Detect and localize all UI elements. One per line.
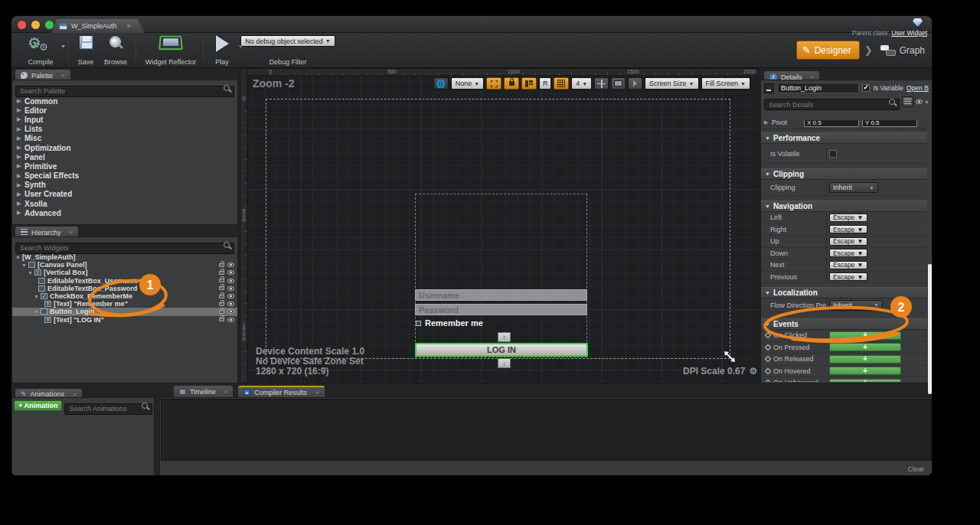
section-performance[interactable]: ▼Performance (761, 132, 927, 144)
debug-object-dropdown[interactable]: No debug object selected▼ (240, 35, 335, 47)
add-animation-button[interactable]: + Animation (14, 400, 62, 411)
visibility-icon[interactable] (227, 262, 234, 267)
lock-icon[interactable] (219, 302, 224, 306)
nav-next-dropdown[interactable]: Escape▼ (829, 261, 867, 269)
timeline-tab[interactable]: Timeline × (174, 386, 233, 397)
animations-search-input[interactable] (64, 403, 152, 415)
login-button-widget[interactable]: LOG IN (415, 343, 588, 357)
gem-icon[interactable] (913, 18, 923, 27)
document-tab[interactable]: W_SimpleAuth × (51, 19, 145, 33)
grid-size-dropdown[interactable]: 4▼ (571, 77, 592, 90)
add-on-pressed-event-button[interactable]: + (829, 343, 901, 351)
lock-icon[interactable] (219, 310, 224, 314)
nav-previous-dropdown[interactable]: Escape▼ (829, 272, 867, 281)
palette-category-special-effects[interactable]: ▶Special Effects (12, 171, 237, 181)
is-variable-checkbox[interactable] (862, 84, 870, 92)
details-scrollbar[interactable] (928, 264, 932, 394)
lock-icon[interactable] (219, 271, 224, 275)
screen-size-dropdown[interactable]: Screen Size▼ (645, 77, 698, 90)
lock-icon[interactable] (219, 318, 224, 321)
flow-direction-dropdown[interactable]: Inherit▼ (829, 300, 883, 311)
hierarchy-item-canvas-panel[interactable]: ▼ [Canvas Panel] (12, 261, 237, 269)
visibility-icon[interactable] (227, 302, 234, 306)
clear-button[interactable]: Clear (907, 465, 924, 473)
lock-icon[interactable] (219, 286, 224, 290)
section-navigation[interactable]: ▼Navigation (761, 201, 927, 212)
minimize-window-button[interactable] (31, 21, 40, 29)
nav-left-dropdown[interactable]: Escape▼ (829, 214, 867, 222)
r-toggle-button[interactable]: R (539, 77, 551, 90)
respect-locks-button[interactable] (521, 77, 537, 90)
lock-widgets-button[interactable] (504, 77, 519, 90)
zoom-window-button[interactable] (45, 21, 54, 29)
pivot-x-field[interactable]: X 0.5 (804, 120, 859, 127)
section-events[interactable]: ▼Events (761, 318, 927, 330)
designer-mode-button[interactable]: ✎ Designer (796, 41, 860, 60)
save-button[interactable]: Save (73, 35, 99, 66)
compile-button[interactable]: ⚙⚙✓ Compile (21, 35, 60, 66)
add-on-released-event-button[interactable]: + (829, 355, 901, 364)
remember-me-checkbox-widget[interactable]: Remember me (416, 318, 483, 328)
hierarchy-search-input[interactable] (15, 243, 234, 254)
open-link[interactable]: Open B (906, 84, 929, 92)
add-on-hovered-event-button[interactable]: + (829, 367, 901, 375)
localization-preview-button[interactable]: 🌐 (433, 77, 449, 90)
palette-category-xsolla[interactable]: ▶Xsolla (12, 199, 237, 208)
hierarchy-item-vertical-box[interactable]: ▼≡ [Vertical Box] (12, 269, 237, 276)
close-window-button[interactable] (18, 21, 26, 29)
palette-category-lists[interactable]: ▶Lists (12, 125, 237, 134)
is-volatile-checkbox[interactable] (829, 150, 837, 158)
graph-mode-button[interactable]: Graph (877, 45, 928, 56)
hierarchy-item-editabletextbox-username[interactable]: EditableTextBox_Username (12, 277, 237, 285)
hierarchy-item-button-login[interactable]: ▼ Button_Login (12, 308, 237, 315)
tab-close-icon[interactable]: × (127, 22, 131, 30)
compiler-results-tab[interactable]: ▸ Compiler Results × (238, 386, 324, 397)
pivot-y-field[interactable]: Y 0.5 (862, 120, 917, 127)
palette-category-synth[interactable]: ▶Synth (12, 181, 237, 190)
nav-down-dropdown[interactable]: Escape▼ (829, 249, 867, 257)
palette-category-primitive[interactable]: ▶Primitive (12, 161, 237, 171)
palette-category-misc[interactable]: ▶Misc (12, 134, 237, 143)
section-localization[interactable]: ▼Localization (761, 287, 927, 298)
none-dropdown[interactable]: None▼ (451, 77, 484, 90)
hierarchy-item-text-remember-me[interactable]: T [Text] "Remember me" (12, 300, 237, 308)
designer-canvas[interactable]: 0 500 1000 1500 2000 0 500 1000 Zoom -2 … (240, 68, 759, 383)
lock-icon[interactable] (219, 279, 224, 282)
compiler-results-log[interactable] (161, 399, 932, 461)
play-button[interactable]: Play (209, 35, 235, 66)
view-options-button[interactable]: ▼ (916, 99, 929, 105)
visibility-icon[interactable] (227, 279, 234, 283)
visibility-icon[interactable] (227, 270, 234, 275)
hierarchy-item-root[interactable]: ▼[W_SimpleAuth] (12, 253, 237, 261)
parent-class-link[interactable]: User Widget (891, 29, 927, 37)
preview-background-button[interactable] (611, 77, 626, 90)
dpi-gear-icon[interactable]: ⚙ (749, 366, 757, 377)
close-icon[interactable]: × (70, 229, 74, 236)
visibility-icon[interactable] (227, 286, 234, 291)
close-icon[interactable]: × (224, 388, 228, 395)
nav-up-dropdown[interactable]: Escape▼ (829, 237, 867, 246)
visibility-icon[interactable] (227, 294, 234, 298)
palette-search-input[interactable] (15, 86, 234, 97)
palette-category-optimization[interactable]: ▶Optimization (12, 143, 237, 152)
hierarchy-item-checkbox-rememberme[interactable]: ▼✓ CheckBox_RememberMe (12, 292, 237, 300)
add-on-unhovered-event-button[interactable]: + (829, 379, 901, 382)
palette-category-input[interactable]: ▶Input (12, 115, 237, 124)
hierarchy-item-editabletextbox-password[interactable]: EditableTextBox_Password (12, 285, 237, 292)
close-icon[interactable]: × (61, 72, 65, 79)
outline-toggle-button[interactable] (486, 77, 501, 90)
widget-reflector-button[interactable]: Widget Reflector (143, 35, 198, 66)
lock-icon[interactable] (219, 263, 224, 267)
compile-options-arrow[interactable]: ▼ (60, 44, 66, 49)
property-matrix-button[interactable] (902, 96, 913, 107)
palette-category-panel[interactable]: ▶Panel (12, 152, 237, 161)
reorder-up-handle[interactable]: ↑ (498, 332, 511, 342)
details-search-input[interactable] (764, 99, 900, 110)
fill-screen-dropdown[interactable]: Fill Screen▼ (701, 77, 750, 90)
nav-right-dropdown[interactable]: Escape▼ (829, 225, 867, 233)
close-icon[interactable]: × (315, 389, 319, 396)
lock-icon[interactable] (219, 295, 224, 298)
add-on-clicked-event-button[interactable]: + (829, 331, 901, 340)
browse-button[interactable]: Browse (100, 35, 131, 66)
section-clipping[interactable]: ▼Clipping (761, 168, 927, 180)
